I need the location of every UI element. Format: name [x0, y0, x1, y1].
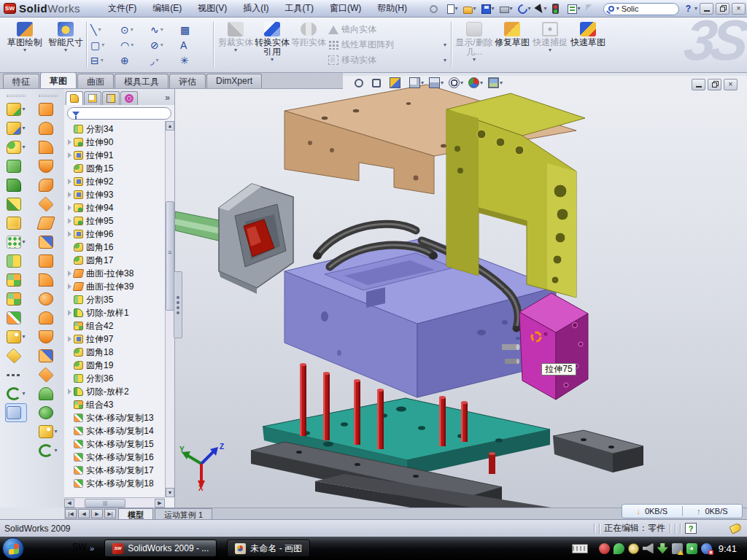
command-button[interactable]: 修复草图▾	[493, 20, 531, 71]
sketch-entity-button[interactable]: A▾	[180, 37, 210, 52]
panel-chevron-button[interactable]: »	[162, 93, 173, 103]
surface-tool-button[interactable]: ▾	[39, 176, 57, 195]
tab-nav-button[interactable]: ▶	[91, 509, 103, 518]
feature-tree-item[interactable]: 切除-放样1	[66, 306, 164, 319]
surface-tool-button[interactable]: ▾	[39, 138, 57, 157]
feature-tree-item[interactable]: 实体-移动/复制16	[66, 451, 164, 464]
doc-close-button[interactable]: ×	[724, 79, 738, 90]
command-button[interactable]: 显示/删除几...▾	[455, 20, 493, 71]
surface-tool-button[interactable]: ▾	[39, 308, 57, 327]
ime-keyboard-icon[interactable]	[572, 544, 588, 553]
feature-tree-item[interactable]: 切除-放样2	[66, 385, 164, 398]
firewall-icon[interactable]	[614, 543, 624, 554]
zoom-fit-icon[interactable]: ▾	[355, 79, 367, 88]
pin-icon[interactable]: ▾	[428, 4, 443, 14]
feature-tree-item[interactable]: 曲面-拉伸39	[66, 280, 164, 293]
app-restore-button[interactable]	[716, 3, 729, 15]
antivirus-icon[interactable]	[599, 543, 610, 554]
open-file-icon[interactable]: ▾	[462, 4, 478, 15]
feature-tool-button[interactable]: ▾	[7, 214, 25, 233]
menu-item[interactable]: 插入(I)	[236, 1, 276, 16]
search-caret-icon[interactable]: ▾	[616, 6, 619, 12]
sketch-entity-button[interactable]: ⊘▾	[150, 37, 180, 52]
sketch-entity-button[interactable]: ▢▾	[90, 37, 120, 52]
feature-tool-button[interactable]: ▾	[7, 308, 25, 327]
feature-tree-item[interactable]: 实体-移动/复制15	[66, 438, 164, 451]
print-icon[interactable]: ▾	[498, 4, 514, 14]
command-button[interactable]: 移动实体▾	[328, 52, 446, 68]
feature-tree-item[interactable]: 圆角15	[66, 162, 164, 175]
feature-tool-button[interactable]: ▾	[7, 271, 25, 289]
taskbar-window-button[interactable]: 未命名 - 画图	[227, 540, 310, 557]
surface-tool-button[interactable]: ▾	[39, 289, 57, 308]
model-tab[interactable]: 运动算例 1	[155, 508, 212, 519]
feature-tree-item[interactable]: 拉伸90	[66, 136, 164, 149]
new-file-icon[interactable]: ▾	[446, 4, 460, 15]
feature-tree-item[interactable]: 拉伸97	[66, 332, 164, 346]
display-style-icon[interactable]: ▾	[409, 77, 424, 88]
feature-tool-button[interactable]: ▾	[7, 327, 25, 346]
menu-item[interactable]: 工具(T)	[278, 1, 321, 16]
messenger-icon[interactable]	[34, 542, 47, 555]
view-orientation-icon[interactable]: ▾	[429, 77, 444, 88]
ribbon-tab[interactable]: 曲面	[77, 74, 114, 88]
ribbon-tab[interactable]: 草图	[40, 72, 77, 88]
insert-block-part[interactable]	[519, 293, 588, 400]
command-button[interactable]: 快速草图▾	[569, 20, 607, 71]
search-box[interactable]: ▾ Solic	[603, 3, 679, 15]
panel-splitter-handle[interactable]	[174, 271, 182, 338]
command-button[interactable]: 镜向实体▾	[328, 22, 446, 37]
ribbon-tab[interactable]: 模具工具	[115, 74, 169, 88]
tab-nav-button[interactable]: ◀	[78, 509, 90, 518]
help-button[interactable]: ?	[684, 4, 692, 14]
rebuild-icon[interactable]: ▾	[551, 3, 564, 15]
sketch-entity-button[interactable]: ⊕▾	[120, 52, 150, 68]
feature-tree-item[interactable]: 分割35	[66, 293, 164, 306]
scroll-down-arrow[interactable]: ▼	[166, 488, 174, 497]
surface-tool-button[interactable]: ▾	[39, 119, 57, 138]
command-button[interactable]: 等距实体▾	[290, 20, 327, 71]
feature-tree-item[interactable]: 实体-移动/复制13	[66, 411, 164, 424]
graphics-viewport[interactable]	[175, 76, 747, 508]
feature-tree-item[interactable]: 组合43	[66, 398, 164, 411]
surface-tool-button[interactable]: ▾	[39, 365, 57, 384]
menu-item[interactable]: 窗口(W)	[322, 1, 368, 16]
command-button[interactable]: 智能尺寸▾	[45, 20, 86, 71]
surface-tool-button[interactable]: ▾	[39, 252, 57, 271]
options-icon[interactable]: ▾	[566, 4, 582, 15]
feature-tool-button[interactable]: ▾	[7, 119, 25, 138]
taskbar-window-button[interactable]: SWSolidWorks 2009 - ...	[104, 540, 217, 557]
sketch-entity-button[interactable]: ╲▾	[90, 22, 120, 37]
toolbar-grip[interactable]	[7, 95, 26, 97]
command-button[interactable]: 转换实体引用▾	[254, 20, 290, 71]
feature-tool-button[interactable]: ▾	[7, 138, 25, 157]
overflow-icon[interactable]: ▾	[584, 4, 598, 14]
quick-tips-button[interactable]: ?	[685, 523, 697, 534]
tag-icon[interactable]	[729, 522, 742, 534]
surface-tool-button[interactable]: ▾	[39, 195, 57, 214]
doc-minimize-button[interactable]	[692, 79, 705, 90]
feature-tree-item[interactable]: 圆角16	[66, 241, 164, 254]
feature-tree-item[interactable]: 实体-移动/复制18	[66, 477, 164, 490]
command-button[interactable]: 线性草图阵列▾	[328, 37, 446, 52]
sketch-entity-button[interactable]: ◠▾	[120, 37, 150, 52]
feature-tree-item[interactable]: 圆角18	[66, 346, 164, 359]
surface-tool-button[interactable]: ▾	[39, 403, 57, 422]
health-icon[interactable]	[686, 543, 697, 554]
app-minimize-button[interactable]	[700, 3, 713, 15]
hide-show-icon[interactable]: ▾	[449, 77, 463, 88]
surface-tool-button[interactable]: ▾	[39, 441, 57, 460]
save-icon[interactable]: ▾	[480, 4, 496, 15]
feature-tool-button[interactable]: ▾	[7, 346, 25, 365]
feature-tree-item[interactable]: 圆角17	[66, 254, 164, 267]
model-tab[interactable]: 模型	[118, 508, 153, 519]
zoom-area-icon[interactable]: ▾	[372, 79, 384, 88]
feature-tree-item[interactable]: 拉伸91	[66, 149, 164, 162]
command-button[interactable]: 草图绘制▾	[4, 20, 45, 71]
command-button[interactable]: 快速捕捉▾	[531, 20, 569, 71]
tab-nav-button[interactable]: |◀	[65, 509, 77, 518]
sync-icon[interactable]	[657, 543, 668, 554]
scene-icon[interactable]: ▾	[488, 77, 503, 88]
configurationmanager-tab[interactable]	[102, 91, 120, 105]
select-cursor-icon[interactable]: ▾	[535, 4, 549, 15]
